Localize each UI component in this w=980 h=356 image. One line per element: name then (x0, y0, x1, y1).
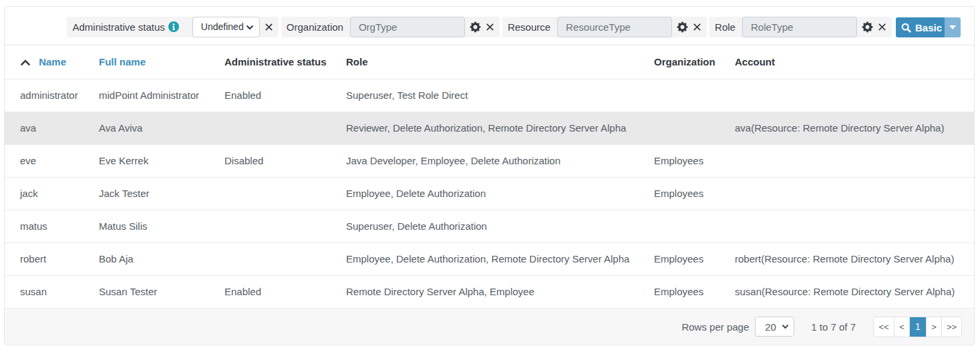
filter-settings-button[interactable] (677, 21, 688, 33)
gear-icon (862, 21, 873, 33)
cell-role: Reviewer, Delete Authorization, Remote D… (338, 112, 646, 144)
cell-organization: Employees (646, 177, 727, 210)
column-header-administrative-status: Administrative status (216, 45, 338, 79)
cell-role: Superuser, Delete Authorization (338, 210, 646, 242)
cell-role: Superuser, Test Role Direct (338, 79, 646, 112)
cell-name: ava (5, 112, 91, 144)
sort-ascending-icon[interactable] (20, 59, 31, 66)
cell-full-name: Susan Tester (91, 275, 216, 308)
close-icon (878, 23, 886, 31)
users-list-panel: Administrative status Undefined (4, 6, 975, 345)
filter-label: Role (715, 21, 736, 33)
filter-administrative-status: Administrative status Undefined (67, 17, 278, 37)
sort-by-name-link[interactable]: Name (39, 56, 66, 67)
cell-full-name: Jack Tester (91, 177, 216, 210)
cell-name: eve (5, 144, 91, 177)
cell-role: Java Developer, Employee, Delete Authori… (338, 144, 646, 177)
user-table-row[interactable]: matus Matus Silis Superuser, Delete Auth… (5, 210, 974, 242)
user-table-row[interactable]: jack Jack Tester Employee, Delete Author… (5, 177, 974, 210)
column-header-name: Name (5, 45, 91, 79)
column-header-organization: Organization (646, 45, 727, 79)
pagination-count-label: 1 to 7 of 7 (811, 321, 856, 333)
user-table-row[interactable]: administrator midPoint Administrator Ena… (5, 79, 974, 112)
first-page-button[interactable]: << (874, 317, 894, 337)
remove-filter-button[interactable] (878, 23, 886, 31)
close-icon (693, 23, 701, 31)
user-table-row[interactable]: ava Ava Aviva Reviewer, Delete Authoriza… (5, 112, 974, 144)
cell-organization: Employees (646, 144, 727, 177)
search-icon (901, 23, 911, 33)
cell-organization (646, 112, 727, 144)
cell-account (727, 210, 974, 242)
last-page-button[interactable]: >> (941, 317, 961, 337)
cell-organization (646, 79, 727, 112)
cell-role: Remote Directory Server Alpha, Employee (338, 275, 646, 308)
cell-account (727, 177, 974, 210)
administrative-status-select[interactable]: Undefined (192, 17, 260, 37)
caret-down-icon (949, 25, 956, 29)
close-icon (486, 23, 494, 31)
rows-per-page-select-wrap: 20 (755, 317, 794, 337)
filter-resource: Resource (502, 17, 707, 37)
cell-account: susan(Resource: Remote Directory Server … (727, 275, 974, 308)
pagination: << < 1 > >> (873, 317, 962, 337)
column-header-account: Account (727, 45, 974, 79)
search-mode-dropdown-toggle[interactable] (945, 17, 961, 37)
filter-label: Administrative status (72, 21, 164, 33)
user-table-row[interactable]: robert Bob Aja Employee, Delete Authoriz… (5, 242, 974, 275)
cell-account (727, 79, 974, 112)
remove-filter-button[interactable] (265, 23, 273, 31)
basic-search-button[interactable]: Basic (896, 17, 945, 37)
cell-organization: Employees (646, 275, 727, 308)
filter-select-wrap: Undefined (186, 17, 260, 37)
resource-input[interactable] (557, 17, 672, 37)
filter-label: Resource (508, 21, 550, 33)
cell-administrative-status (216, 242, 338, 275)
cell-account (727, 144, 974, 177)
cell-administrative-status (216, 210, 338, 242)
cell-full-name: Matus Silis (91, 210, 216, 242)
cell-account: robert(Resource: Remote Directory Server… (727, 242, 974, 275)
cell-organization: Employees (646, 242, 727, 275)
cell-role: Employee, Delete Authorization, Remote D… (338, 242, 646, 275)
sort-by-full-name-link[interactable]: Full name (99, 56, 146, 67)
cell-name: susan (5, 275, 91, 308)
remove-filter-button[interactable] (693, 23, 701, 31)
page-1-button[interactable]: 1 (909, 317, 926, 337)
column-header-role: Role (338, 45, 646, 79)
cell-administrative-status: Enabled (216, 79, 338, 112)
rows-per-page-select[interactable]: 20 (755, 317, 794, 337)
user-table-row[interactable]: susan Susan Tester Enabled Remote Direct… (5, 275, 974, 308)
basic-search-label: Basic (915, 22, 942, 33)
cell-administrative-status (216, 177, 338, 210)
next-page-button[interactable]: > (926, 317, 941, 337)
filter-label: Organization (287, 21, 343, 33)
cell-full-name: midPoint Administrator (91, 79, 216, 112)
filter-settings-button[interactable] (470, 21, 481, 33)
search-button-group: Basic (896, 17, 961, 37)
filter-organization: Organization (281, 17, 500, 37)
previous-page-button[interactable]: < (894, 317, 909, 337)
column-header-full-name: Full name (91, 45, 216, 79)
cell-administrative-status: Enabled (216, 275, 338, 308)
cell-name: jack (5, 177, 91, 210)
cell-administrative-status (216, 112, 338, 144)
cell-full-name: Ava Aviva (91, 112, 216, 144)
search-bar: Administrative status Undefined (5, 7, 974, 45)
close-icon (265, 23, 273, 31)
remove-filter-button[interactable] (486, 23, 494, 31)
cell-name: robert (5, 242, 91, 275)
cell-organization (646, 210, 727, 242)
info-circle-icon[interactable] (168, 21, 179, 32)
users-table-body: administrator midPoint Administrator Ena… (5, 79, 974, 308)
cell-administrative-status: Disabled (216, 144, 338, 177)
role-input[interactable] (742, 17, 857, 37)
filter-settings-button[interactable] (862, 21, 873, 33)
cell-name: administrator (5, 79, 91, 112)
organization-input[interactable] (350, 17, 465, 37)
cell-account: ava(Resource: Remote Directory Server Al… (727, 112, 974, 144)
table-footer: Rows per page 20 1 to 7 of 7 << < 1 > >> (5, 308, 974, 345)
user-table-row[interactable]: eve Eve Kerrek Disabled Java Developer, … (5, 144, 974, 177)
users-table: Name Full name Administrative status Rol… (5, 45, 974, 308)
table-header-row: Name Full name Administrative status Rol… (5, 45, 974, 79)
